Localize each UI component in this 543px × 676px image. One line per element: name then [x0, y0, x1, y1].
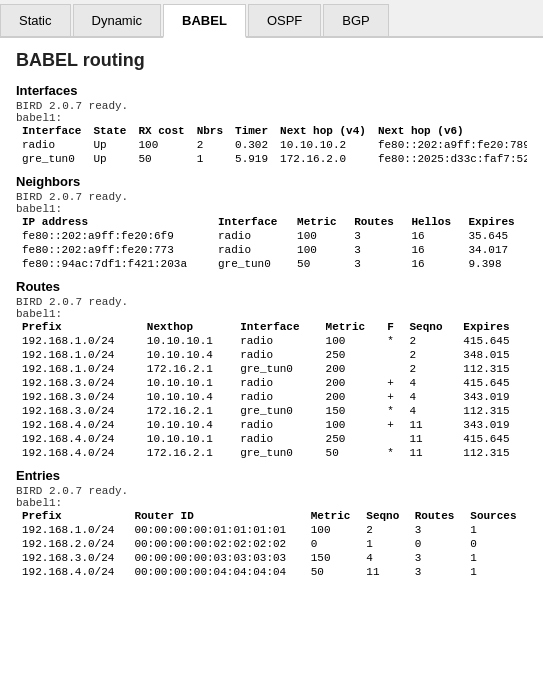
neighbors-daemon: babel1:: [16, 203, 527, 215]
neighbors-col-hellos: Hellos: [405, 215, 462, 229]
table-cell: 50: [305, 565, 361, 579]
tab-dynamic[interactable]: Dynamic: [73, 4, 162, 36]
table-cell: 192.168.1.0/24: [16, 334, 141, 348]
table-cell: 415.645: [457, 432, 527, 446]
table-cell: 50: [132, 152, 190, 166]
routes-col-metric: Metric: [320, 320, 382, 334]
table-cell: Up: [87, 152, 132, 166]
table-cell: radio: [234, 376, 319, 390]
table-row: 192.168.3.0/2410.10.10.4radio200+4343.01…: [16, 390, 527, 404]
table-cell: 343.019: [457, 418, 527, 432]
table-cell: gre_tun0: [234, 362, 319, 376]
tab-babel[interactable]: BABEL: [163, 4, 246, 38]
table-row: 192.168.1.0/24172.16.2.1gre_tun02002112.…: [16, 362, 527, 376]
table-cell: 150: [320, 404, 382, 418]
table-row: 192.168.3.0/2400:00:00:00:03:03:03:03150…: [16, 551, 527, 565]
table-cell: 10.10.10.1: [141, 432, 234, 446]
interfaces-col-state: State: [87, 124, 132, 138]
table-row: 192.168.3.0/24172.16.2.1gre_tun0150*4112…: [16, 404, 527, 418]
table-cell: 172.16.2.1: [141, 446, 234, 460]
routes-col-expires: Expires: [457, 320, 527, 334]
table-cell: 415.645: [457, 334, 527, 348]
page-title: BABEL routing: [16, 50, 527, 71]
table-cell: 100: [291, 229, 348, 243]
table-cell: 415.645: [457, 376, 527, 390]
table-cell: 1: [191, 152, 229, 166]
tab-static[interactable]: Static: [0, 4, 71, 36]
table-cell: gre_tun0: [234, 446, 319, 460]
interfaces-table: Interface State RX cost Nbrs Timer Next …: [16, 124, 527, 166]
table-cell: 16: [405, 229, 462, 243]
table-cell: 11: [404, 432, 458, 446]
table-cell: 2: [191, 138, 229, 152]
table-cell: 100: [291, 243, 348, 257]
table-cell: 172.16.2.0: [274, 152, 372, 166]
table-cell: radio: [234, 390, 319, 404]
table-cell: radio: [212, 243, 291, 257]
table-cell: 4: [404, 404, 458, 418]
table-cell: 192.168.3.0/24: [16, 404, 141, 418]
table-cell: 9.398: [463, 257, 527, 271]
table-cell: 3: [409, 523, 465, 537]
neighbors-section: Neighbors BIRD 2.0.7 ready. babel1: IP a…: [16, 174, 527, 271]
interfaces-col-rxcost: RX cost: [132, 124, 190, 138]
interfaces-table-wrapper: Interface State RX cost Nbrs Timer Next …: [16, 124, 527, 166]
entries-daemon: babel1:: [16, 497, 527, 509]
table-cell: 10.10.10.2: [274, 138, 372, 152]
table-cell: 10.10.10.4: [141, 390, 234, 404]
table-cell: 0: [464, 537, 527, 551]
table-cell: 3: [409, 565, 465, 579]
table-cell: 112.315: [457, 446, 527, 460]
table-cell: 3: [348, 257, 405, 271]
entries-title: Entries: [16, 468, 527, 483]
table-cell: 0: [409, 537, 465, 551]
entries-col-routes: Routes: [409, 509, 465, 523]
table-cell: 10.10.10.4: [141, 418, 234, 432]
table-cell: 192.168.4.0/24: [16, 432, 141, 446]
table-cell: *: [381, 404, 403, 418]
table-cell: 00:00:00:00:04:04:04:04: [128, 565, 304, 579]
table-row: fe80::202:a9ff:fe20:6f9radio10031635.645: [16, 229, 527, 243]
neighbors-col-interface: Interface: [212, 215, 291, 229]
table-cell: 2: [404, 334, 458, 348]
table-cell: 3: [348, 243, 405, 257]
table-cell: [381, 432, 403, 446]
table-cell: 3: [348, 229, 405, 243]
tab-bgp[interactable]: BGP: [323, 4, 388, 36]
table-cell: 00:00:00:00:03:03:03:03: [128, 551, 304, 565]
routes-col-f: F: [381, 320, 403, 334]
table-row: 192.168.4.0/24172.16.2.1gre_tun050*11112…: [16, 446, 527, 460]
table-cell: 250: [320, 348, 382, 362]
neighbors-header-row: IP address Interface Metric Routes Hello…: [16, 215, 527, 229]
interfaces-col-nexthopv4: Next hop (v4): [274, 124, 372, 138]
table-cell: 16: [405, 257, 462, 271]
table-cell: 4: [404, 376, 458, 390]
table-cell: 192.168.1.0/24: [16, 362, 141, 376]
table-cell: 50: [291, 257, 348, 271]
routes-col-interface: Interface: [234, 320, 319, 334]
table-cell: 100: [320, 334, 382, 348]
neighbors-title: Neighbors: [16, 174, 527, 189]
table-cell: gre_tun0: [16, 152, 87, 166]
routes-title: Routes: [16, 279, 527, 294]
tab-ospf[interactable]: OSPF: [248, 4, 321, 36]
tab-bar: Static Dynamic BABEL OSPF BGP: [0, 0, 543, 38]
table-cell: 1: [464, 565, 527, 579]
table-cell: 16: [405, 243, 462, 257]
neighbors-bird-ready: BIRD 2.0.7 ready.: [16, 191, 527, 203]
table-cell: 112.315: [457, 362, 527, 376]
neighbors-col-routes: Routes: [348, 215, 405, 229]
table-cell: 200: [320, 362, 382, 376]
table-cell: [381, 348, 403, 362]
table-cell: 200: [320, 390, 382, 404]
table-cell: 172.16.2.1: [141, 404, 234, 418]
table-cell: 11: [404, 418, 458, 432]
entries-col-sources: Sources: [464, 509, 527, 523]
entries-header-row: Prefix Router ID Metric Seqno Routes Sou…: [16, 509, 527, 523]
entries-col-routerid: Router ID: [128, 509, 304, 523]
interfaces-daemon: babel1:: [16, 112, 527, 124]
table-cell: 1: [464, 551, 527, 565]
table-cell: 3: [409, 551, 465, 565]
table-cell: fe80::2025:d33c:faf7:52a9: [372, 152, 527, 166]
table-row: 192.168.4.0/2400:00:00:00:04:04:04:04501…: [16, 565, 527, 579]
